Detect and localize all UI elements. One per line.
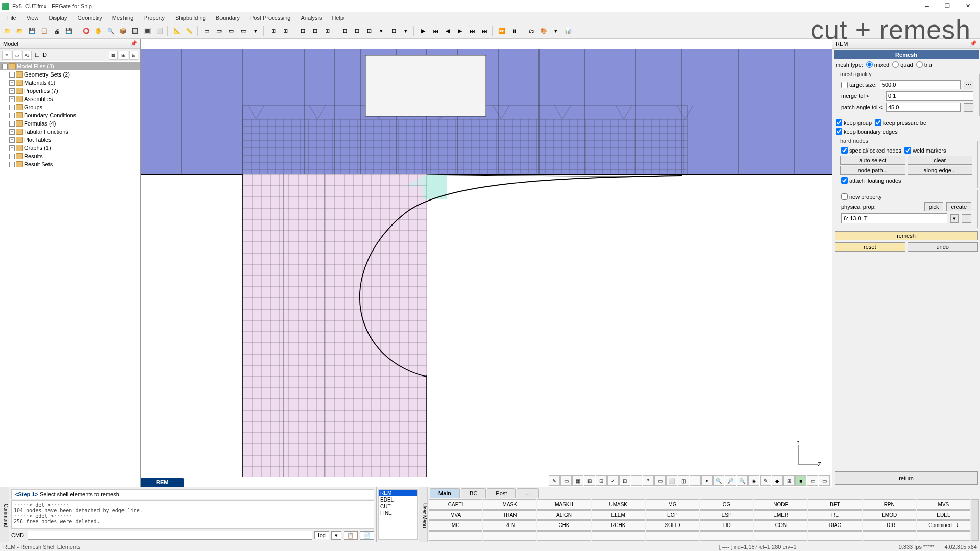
attach-floating-check[interactable]: attach floating nodes	[841, 177, 901, 184]
view-btn-21[interactable]: ■	[795, 475, 806, 486]
toolbar-btn-38[interactable]: ▶	[418, 26, 429, 37]
grid-btn-combined_r[interactable]: Combined_R	[917, 520, 970, 531]
model-tree[interactable]: +Model Files (3)+Geometry Sets (2)+Mater…	[0, 61, 140, 487]
rem-tab[interactable]: REM	[141, 478, 184, 487]
cmdlist-cut[interactable]: CUT	[379, 503, 417, 510]
toolbar-btn-25[interactable]: ⊞	[280, 26, 291, 37]
view-btn-1[interactable]: ▭	[560, 475, 572, 486]
grid-btn-mask[interactable]: MASK	[483, 499, 536, 510]
menu-post-processing[interactable]: Post Processing	[245, 14, 296, 22]
view-btn-12[interactable]	[690, 475, 701, 486]
property-combo[interactable]: 6: 13.0_T	[841, 213, 947, 223]
auto-select-button[interactable]: auto select	[840, 156, 905, 165]
tree-node-properties-7-[interactable]: +Properties (7)	[0, 87, 140, 95]
target-size-check[interactable]: target size:	[841, 82, 877, 88]
toolbar-btn-34[interactable]: ▾	[376, 26, 387, 37]
view-btn-14[interactable]: 🔍	[713, 475, 724, 486]
cmdlist-rem[interactable]: REM	[379, 490, 417, 496]
tree-node-formulas-4-[interactable]: +Formulas (4)	[0, 119, 140, 128]
pin-icon[interactable]: 📌	[970, 40, 977, 47]
toolbar-btn-10[interactable]: 📦	[117, 26, 129, 37]
view-btn-22[interactable]: ▭	[807, 475, 818, 486]
toolbar-btn-11[interactable]: 🔲	[130, 26, 141, 37]
toolbar-btn-40[interactable]: ◀	[442, 26, 453, 37]
view-btn-19[interactable]: ◆	[772, 475, 783, 486]
view-btn-13[interactable]: ✦	[701, 475, 713, 486]
tree-btn-4[interactable]: ⊞	[119, 51, 128, 60]
toolbar-btn-9[interactable]: 🔍	[105, 26, 116, 37]
menu-analysis[interactable]: Analysis	[296, 14, 327, 22]
toolbar-btn-1[interactable]: 📂	[14, 26, 26, 37]
toolbar-btn-22[interactable]: ▾	[250, 26, 261, 37]
view-btn-4[interactable]: ⊡	[596, 475, 607, 486]
merge-tol-input[interactable]	[886, 91, 973, 101]
tree-btn-2[interactable]: ▭	[12, 51, 21, 60]
grid-btn-node[interactable]: NODE	[754, 499, 807, 510]
menu-help[interactable]: Help	[327, 14, 349, 22]
toolbar-btn-39[interactable]: ⏮	[430, 26, 441, 37]
log-button[interactable]: log	[314, 531, 329, 539]
menu-boundary[interactable]: Boundary	[211, 14, 245, 22]
grid-btn-mc[interactable]: MC	[429, 520, 482, 531]
toolbar-btn-48[interactable]: 🗂	[526, 26, 537, 37]
tree-node-results[interactable]: +Results	[0, 152, 140, 160]
tree-btn-1[interactable]: ≡	[2, 51, 11, 60]
log-dropdown[interactable]: ▾	[331, 531, 341, 540]
prop-more[interactable]: ⋯	[962, 214, 971, 223]
view-btn-2[interactable]: ▦	[572, 475, 583, 486]
grid-btn-ren[interactable]: REN	[483, 520, 536, 531]
keep-boundary-check[interactable]: keep boundary edges	[836, 128, 898, 135]
menu-property[interactable]: Property	[138, 14, 170, 22]
target-size-more[interactable]: ⋯	[964, 81, 973, 89]
target-size-input[interactable]	[880, 80, 961, 89]
grid-btn-emer[interactable]: EMER	[754, 510, 807, 520]
weld-markers-check[interactable]: weld markers	[904, 147, 946, 154]
close-button[interactable]: ✕	[958, 1, 978, 11]
grid-btn-elem[interactable]: ELEM	[592, 510, 645, 520]
view-btn-9[interactable]: ▭	[654, 475, 666, 486]
grid-btn-mva[interactable]: MVA	[429, 510, 482, 520]
grid-scrollbar[interactable]	[971, 499, 979, 541]
view-btn-16[interactable]: 🔍	[737, 475, 748, 486]
tree-node-assemblies[interactable]: +Assemblies	[0, 95, 140, 103]
tree-node-groups[interactable]: +Groups	[0, 103, 140, 111]
toolbar-btn-8[interactable]: ✋	[93, 26, 104, 37]
tree-btn-3[interactable]: ▦	[109, 51, 118, 60]
grid-btn-esp[interactable]: ESP	[700, 510, 753, 520]
grid-btn-ecp[interactable]: ECP	[646, 510, 699, 520]
command-input[interactable]	[28, 531, 312, 540]
tree-node-graphs-1-[interactable]: +Graphs (1)	[0, 144, 140, 152]
view-btn-10[interactable]: ⬜	[666, 475, 677, 486]
grid-tab-main[interactable]: Main	[430, 488, 460, 498]
toolbar-btn-5[interactable]: 💾	[63, 26, 75, 37]
return-button[interactable]: return	[835, 471, 978, 485]
toolbar-btn-29[interactable]: ⊞	[322, 26, 333, 37]
viewport[interactable]: Y Z REM ✎▭▦⊞⊡✓⊡ *▭⬜◫✦🔍🔎🔍◈✎◆⊞■▭▭	[141, 39, 832, 487]
command-log[interactable]: ·····< det >······ 104 nodes have been d…	[11, 500, 374, 529]
reset-button[interactable]: reset	[835, 242, 905, 252]
toolbar-btn-46[interactable]: ⏸	[508, 26, 520, 37]
toolbar-btn-3[interactable]: 📋	[39, 26, 50, 37]
cmdlist-edel[interactable]: EDEL	[379, 496, 417, 503]
new-property-check[interactable]: new property	[841, 193, 882, 200]
create-button[interactable]: create	[946, 202, 971, 211]
paste-button[interactable]: 📄	[360, 531, 374, 540]
grid-btn-re[interactable]: RE	[808, 510, 862, 520]
toolbar-btn-28[interactable]: ⊞	[309, 26, 321, 37]
menu-geometry[interactable]: Geometry	[72, 14, 107, 22]
grid-btn-umask[interactable]: UMASK	[592, 499, 645, 510]
view-btn-20[interactable]: ⊞	[783, 475, 795, 486]
menu-display[interactable]: Display	[43, 14, 72, 22]
view-btn-7[interactable]	[631, 475, 642, 486]
pick-button[interactable]: pick	[924, 202, 944, 211]
tree-node-boundary-conditions[interactable]: +Boundary Conditions	[0, 111, 140, 119]
toolbar-btn-21[interactable]: ▭	[238, 26, 249, 37]
grid-btn-align[interactable]: ALIGN	[537, 510, 591, 520]
menu-file[interactable]: File	[2, 14, 21, 22]
grid-btn-maskh[interactable]: MASKH	[537, 499, 591, 510]
copy-button[interactable]: 📋	[344, 531, 358, 540]
toolbar-btn-13[interactable]: ⬜	[154, 26, 165, 37]
toolbar-btn-7[interactable]: ⭕	[81, 26, 92, 37]
grid-btn-og[interactable]: OG	[700, 499, 753, 510]
toolbar-btn-49[interactable]: 🎨	[538, 26, 549, 37]
